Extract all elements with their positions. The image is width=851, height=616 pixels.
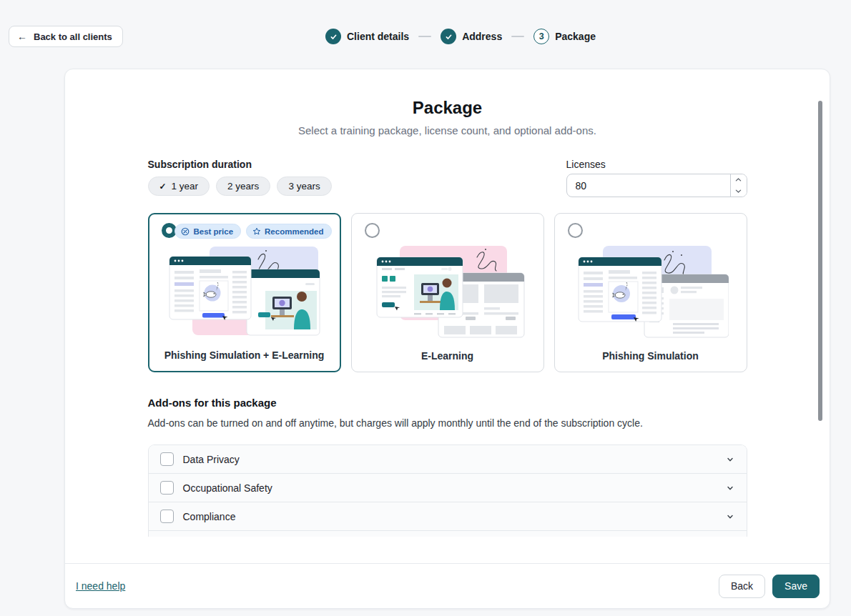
checkbox-icon[interactable]: [160, 452, 174, 466]
spinner-up-button[interactable]: [731, 174, 747, 186]
back-button-label: Back to all clients: [34, 31, 112, 42]
form-row: Subscription duration ✓ 1 year 2 years 3…: [148, 159, 747, 197]
licenses-input[interactable]: [567, 174, 730, 197]
step-package[interactable]: 3 Package: [533, 29, 596, 44]
duration-option-2-years[interactable]: 2 years: [216, 177, 270, 196]
duration-option-3-years[interactable]: 3 years: [277, 177, 331, 196]
page-subtitle: Select a training package, license count…: [65, 124, 830, 136]
page-title: Package: [65, 98, 830, 118]
pill-label: 1 year: [172, 181, 199, 192]
chevron-down-icon[interactable]: [725, 454, 735, 465]
package-card-elearning[interactable]: E-Learning: [351, 213, 544, 372]
check-icon: [441, 29, 456, 44]
licenses-spinner: [730, 174, 747, 197]
addons-list: Data Privacy Occupational Safety Complia…: [148, 444, 747, 537]
radio-unselected-icon[interactable]: [365, 223, 380, 238]
duration-option-1-year[interactable]: ✓ 1 year: [148, 177, 210, 196]
wizard-footer: I need help Back Save: [65, 563, 830, 608]
package-card-phishing-elearning[interactable]: Best price Recommended: [148, 213, 341, 372]
package-name: E-Learning: [352, 350, 543, 362]
chevron-down-icon[interactable]: [725, 483, 735, 493]
licenses-field: Licenses: [566, 159, 747, 197]
back-button[interactable]: Back: [719, 575, 765, 598]
stepper: Client details Address 3 Package: [325, 28, 596, 45]
package-options: Best price Recommended: [148, 213, 747, 372]
help-link[interactable]: I need help: [76, 580, 125, 592]
step-number-badge: 3: [533, 29, 549, 44]
addon-row-data-privacy[interactable]: Data Privacy: [149, 445, 747, 474]
addon-label: Occupational Safety: [183, 482, 725, 494]
licenses-input-wrap: [566, 174, 747, 197]
radio-selected-icon[interactable]: [162, 223, 177, 238]
badges: Best price Recommended: [174, 224, 331, 239]
package-card-phishing[interactable]: Phishing Simulation: [554, 213, 747, 372]
pill-label: 3 years: [288, 181, 320, 192]
duration-options: ✓ 1 year 2 years 3 years: [148, 177, 332, 196]
discount-icon: [181, 227, 190, 236]
checkbox-icon[interactable]: [160, 481, 174, 495]
recommended-badge: Recommended: [246, 224, 331, 239]
step-address[interactable]: Address: [441, 29, 502, 44]
check-icon: ✓: [159, 182, 167, 192]
spinner-down-button[interactable]: [731, 186, 747, 197]
chevron-down-icon[interactable]: [725, 512, 735, 522]
addons-title: Add-ons for this package: [148, 397, 747, 409]
page: ← Back to all clients Client details Add…: [0, 0, 851, 616]
addon-label: Compliance: [183, 511, 725, 522]
package-illustration: [370, 246, 526, 339]
star-icon: [252, 227, 261, 236]
wizard-card: Package Select a training package, licen…: [64, 69, 830, 609]
step-label: Address: [462, 31, 502, 42]
pill-label: 2 years: [227, 181, 259, 192]
step-client-details[interactable]: Client details: [325, 29, 409, 44]
checkbox-icon[interactable]: [160, 510, 174, 523]
save-button[interactable]: Save: [772, 575, 820, 598]
package-illustration: [167, 247, 323, 339]
step-divider: [511, 36, 524, 37]
addons-description: Add-ons can be turned on and off anytime…: [148, 417, 747, 429]
licenses-label: Licenses: [566, 159, 747, 170]
package-name: Phishing Simulation + E-Learning: [149, 349, 340, 361]
addon-label: Data Privacy: [183, 454, 725, 465]
package-illustration: [573, 246, 729, 339]
badge-label: Best price: [193, 227, 233, 236]
footer-actions: Back Save: [719, 575, 820, 598]
radio-unselected-icon[interactable]: [568, 223, 583, 238]
best-price-badge: Best price: [174, 224, 241, 239]
wizard-content: Subscription duration ✓ 1 year 2 years 3…: [148, 159, 747, 537]
scrollbar[interactable]: [818, 101, 822, 421]
subscription-duration-label: Subscription duration: [148, 159, 332, 170]
step-divider: [418, 36, 431, 37]
addon-row-partial: [149, 531, 747, 537]
addon-row-compliance[interactable]: Compliance: [149, 502, 747, 531]
back-to-all-clients-button[interactable]: ← Back to all clients: [9, 26, 123, 47]
step-label: Client details: [347, 31, 409, 42]
addon-row-occupational-safety[interactable]: Occupational Safety: [149, 474, 747, 502]
arrow-left-icon: ←: [17, 31, 27, 41]
subscription-duration-field: Subscription duration ✓ 1 year 2 years 3…: [148, 159, 332, 196]
package-name: Phishing Simulation: [555, 350, 747, 362]
check-icon: [325, 29, 341, 44]
badge-label: Recommended: [265, 227, 323, 236]
step-label: Package: [555, 31, 596, 42]
